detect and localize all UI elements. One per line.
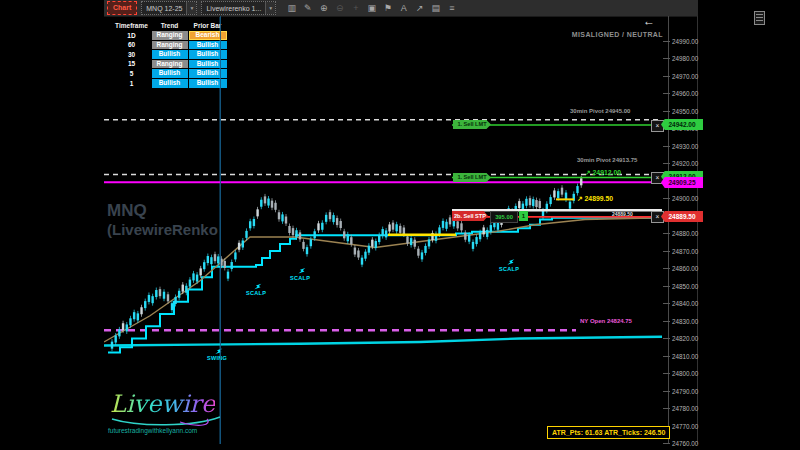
timeframe-cell: 60 — [112, 40, 151, 50]
axis-tick: 24790.00 — [663, 387, 698, 395]
flag-icon[interactable]: ⚑ — [382, 1, 393, 15]
axis-tag-stop: 24889.50 — [661, 211, 703, 222]
trend-tool-icon[interactable]: ↗ — [414, 1, 425, 15]
axis-tick: 24920.00 — [663, 160, 698, 168]
timeframe-trend-table: TimeframeTrendPrior Bar1DRangingBearish6… — [112, 21, 227, 88]
scalp-annotation: SCALP — [246, 290, 266, 296]
sell-limit-2-tag[interactable]: 1. Sell LMT — [453, 173, 491, 182]
trend-cell: Ranging — [152, 41, 188, 50]
trend-cell: Ranging — [152, 31, 188, 40]
chevron-down-icon: ▼ — [265, 2, 275, 14]
axis-tick: 24840.00 — [663, 300, 698, 308]
trend-cell: Bullish — [152, 69, 188, 78]
tab-chart[interactable]: Chart — [107, 1, 137, 15]
axis-tick: 24780.00 — [663, 405, 698, 413]
axis-tag-sell-limit-1: 24942.00 — [661, 119, 703, 130]
text-tool-icon[interactable]: A — [398, 1, 409, 15]
swing-annotation: SWING — [207, 355, 227, 361]
chart-type-icon[interactable]: ▥ — [286, 1, 297, 15]
sell-stop-tag[interactable]: 2b. Sell STP — [452, 211, 488, 221]
chevron-down-icon: ▼ — [186, 2, 196, 14]
timeframe-cell: 1D — [112, 31, 151, 41]
scalp-annotation: SCALP — [290, 275, 310, 281]
sell-limit-1-tag[interactable]: 1. Sell LMT — [453, 120, 491, 129]
trend-cell: Bullish — [152, 79, 188, 88]
menu-icon[interactable]: ≡ — [446, 1, 457, 15]
instrument-label: MNQ 12-25 — [146, 5, 182, 12]
chart-toolbar: Chart MNQ 12-25 ▼ Livewirerenko 1... ▼ ▥… — [104, 0, 698, 17]
atr-readout: ATR_Pts: 61.63 ATR_Ticks: 246.50 — [547, 426, 670, 439]
series-dropdown[interactable]: Livewirerenko 1... ▼ — [201, 1, 276, 15]
chart-watermark: MNQ (LivewireRenko — [107, 200, 218, 240]
ny-open-label: NY Open 24824.75 — [580, 318, 632, 324]
table-header: Timeframe — [112, 21, 151, 31]
stop-line-price-text: 24889.50 — [612, 211, 633, 217]
axis-tick: 24810.00 — [663, 352, 698, 360]
table-header: Trend — [151, 21, 188, 31]
draw-icon[interactable]: ✎ — [302, 1, 313, 15]
instrument-dropdown[interactable]: MNQ 12-25 ▼ — [141, 1, 197, 15]
file-icon[interactable] — [754, 11, 765, 25]
trend-cell: Bullish — [152, 50, 188, 59]
zoom-in-icon[interactable]: ⊕ — [318, 1, 329, 15]
axis-tick: 24980.00 — [663, 55, 698, 63]
axis-tick: 24960.00 — [663, 90, 698, 98]
trend-arrow-icon: ↗ — [585, 169, 591, 176]
series-label: Livewirerenko 1... — [206, 5, 261, 12]
axis-tick: 24870.00 — [663, 247, 698, 255]
pivot-mid-label: 30min Pivot 24913.75 — [577, 157, 637, 163]
axis-tick: 24970.00 — [663, 72, 698, 80]
axis-tick: 24930.00 — [663, 142, 698, 150]
target-price-label: ↗ 24899.50 — [577, 195, 613, 203]
logo-url: futurestradingwithkellyann.com — [108, 427, 197, 434]
toolbar-icons: ▥✎⊕⊖+▣⚑A↗▤≡ — [286, 1, 457, 15]
timeframe-cell: 1 — [112, 79, 151, 89]
unrealized-pnl-box: 395.00 — [490, 211, 518, 223]
sell-limit-2-price-label: ↗ 24912.00 — [585, 169, 621, 177]
axis-tick: 24990.00 — [663, 37, 698, 45]
logo-swash — [108, 414, 228, 428]
axis-tick: 24860.00 — [663, 265, 698, 273]
pivot-high-label: 30min Pivot 24945.00 — [570, 108, 630, 114]
axis-tick: 24800.00 — [663, 370, 698, 378]
crosshair-icon[interactable]: + — [350, 1, 361, 15]
zoom-out-icon[interactable]: ⊖ — [334, 1, 345, 15]
axis-tick: 24830.00 — [663, 317, 698, 325]
axis-tick: 24760.00 — [663, 440, 698, 448]
position-qty-box: 1 — [519, 211, 528, 221]
trend-cell: Ranging — [152, 60, 188, 69]
table-header: Prior Bar — [188, 21, 227, 31]
timeframe-cell: 5 — [112, 69, 151, 79]
timeframe-cell: 15 — [112, 59, 151, 69]
scroll-left-arrow-icon[interactable]: ← — [643, 14, 655, 28]
axis-tick: 24950.00 — [663, 107, 698, 115]
scalp-annotation: SCALP — [499, 266, 519, 272]
axis-tick: 24880.00 — [663, 230, 698, 238]
session-divider-line — [220, 16, 221, 444]
timeframe-cell: 30 — [112, 50, 151, 60]
alignment-status: MISALIGNED / NEUTRAL — [572, 31, 663, 38]
axis-tag-magenta-level: 24909.25 — [661, 177, 703, 188]
export-icon[interactable]: ▣ — [366, 1, 377, 15]
snapshot-icon[interactable]: ▤ — [430, 1, 441, 15]
trend-arrow-icon: ↗ — [577, 195, 583, 202]
trading-app-window: SCALPSCALPSCALPSWING Chart MNQ 12-25 ▼ L… — [0, 0, 800, 450]
axis-tick: 24850.00 — [663, 282, 698, 290]
axis-tick: 24820.00 — [663, 335, 698, 343]
axis-tick: 24900.00 — [663, 195, 698, 203]
